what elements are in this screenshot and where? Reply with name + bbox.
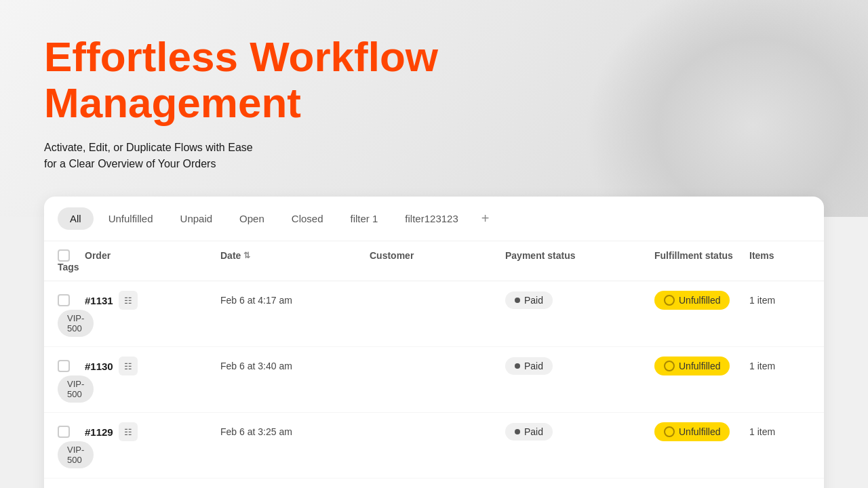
order-cell: #1129 ☷ — [85, 422, 220, 441]
fulfillment-status-label: Unfulfilled — [679, 361, 720, 371]
row-checkbox-cell — [58, 426, 85, 438]
date-cell: Feb 6 at 4:17 am — [220, 295, 370, 306]
order-number[interactable]: #1130 — [85, 361, 113, 372]
hero-subtitle: Activate, Edit, or Duplicate Flows with … — [44, 140, 824, 172]
fulfillment-circle — [664, 361, 675, 371]
tab-filter1[interactable]: filter 1 — [338, 207, 391, 230]
payment-status-label: Paid — [524, 361, 543, 371]
payment-badge: Paid — [505, 291, 553, 309]
date-value: Feb 6 at 3:25 am — [220, 426, 292, 437]
sort-icon: ⇅ — [243, 251, 250, 260]
order-number[interactable]: #1129 — [85, 426, 113, 438]
items-column-header: Items — [749, 249, 824, 262]
payment-badge: Paid — [505, 423, 553, 441]
items-value: 1 item — [749, 361, 775, 371]
date-cell: Feb 6 at 3:25 am — [220, 426, 370, 437]
order-action-icon[interactable]: ☷ — [119, 357, 138, 375]
payment-status-cell: Paid — [505, 357, 654, 375]
payment-status-cell: Paid — [505, 423, 654, 441]
tags-cell: VIP-500 — [58, 375, 85, 403]
tag-badge: VIP-500 — [58, 441, 94, 468]
items-value: 1 item — [749, 295, 775, 306]
select-all-header — [58, 249, 85, 262]
payment-dot — [515, 363, 520, 369]
fulfillment-badge: Unfulfilled — [654, 422, 730, 441]
payment-status-column-header: Payment status — [505, 249, 654, 262]
select-all-checkbox[interactable] — [58, 249, 70, 262]
fulfillment-status-column-header: Fulfillment status — [654, 249, 749, 262]
row-checkbox[interactable] — [58, 360, 70, 372]
payment-dot — [515, 298, 520, 303]
row-checkbox-cell — [58, 294, 85, 306]
fulfillment-status-label: Unfulfilled — [679, 426, 720, 437]
tab-unfulfilled[interactable]: Unfulfilled — [96, 207, 165, 230]
fulfillment-badge: Unfulfilled — [654, 291, 730, 310]
date-column-header[interactable]: Date ⇅ — [220, 249, 370, 262]
table-row: #1129 ☷ Feb 6 at 3:25 am Paid Unfulfille… — [44, 413, 824, 479]
items-cell: 1 item — [749, 426, 824, 437]
payment-dot — [515, 429, 520, 434]
order-cell: #1131 ☷ — [85, 291, 220, 310]
payment-status-label: Paid — [524, 295, 543, 306]
order-cell: #1130 ☷ — [85, 357, 220, 375]
tab-open[interactable]: Open — [227, 207, 277, 230]
tags-cell: VIP-500 — [58, 441, 85, 468]
order-number[interactable]: #1131 — [85, 295, 113, 306]
tab-unpaid[interactable]: Unpaid — [168, 207, 225, 230]
fulfillment-status-cell: Unfulfilled — [654, 357, 749, 375]
items-cell: 1 item — [749, 295, 824, 306]
orders-table-container: All Unfulfilled Unpaid Open Closed filte… — [44, 197, 824, 488]
date-value: Feb 6 at 3:40 am — [220, 361, 292, 371]
row-checkbox-cell — [58, 360, 85, 372]
fulfillment-status-cell: Unfulfilled — [654, 291, 749, 310]
table-row: #1131 ☷ Feb 6 at 4:17 am Paid Unfulfille… — [44, 281, 824, 347]
fulfillment-status-label: Unfulfilled — [679, 295, 720, 306]
fulfillment-badge: Unfulfilled — [654, 357, 730, 375]
tab-closed[interactable]: Closed — [279, 207, 336, 230]
order-column-header: Order — [85, 249, 220, 262]
tab-all[interactable]: All — [58, 207, 94, 230]
customer-column-header: Customer — [370, 249, 505, 262]
order-action-icon[interactable]: ☷ — [119, 422, 138, 441]
tabs-bar: All Unfulfilled Unpaid Open Closed filte… — [44, 197, 824, 241]
fulfillment-circle — [664, 426, 675, 437]
tags-column-header: Tags — [58, 262, 85, 272]
row-checkbox[interactable] — [58, 426, 70, 438]
date-cell: Feb 6 at 3:40 am — [220, 361, 370, 371]
hero-title: Effortless Workflow Management — [44, 34, 824, 126]
items-cell: 1 item — [749, 361, 824, 371]
payment-badge: Paid — [505, 357, 553, 375]
table-header: Order Date ⇅ Customer Payment status Ful… — [44, 241, 824, 281]
table-row: #1130 ☷ Feb 6 at 3:40 am Paid Unfulfille… — [44, 347, 824, 413]
order-action-icon[interactable]: ☷ — [119, 291, 138, 310]
tab-filter123123[interactable]: filter123123 — [393, 207, 470, 230]
row-checkbox[interactable] — [58, 294, 70, 306]
tag-badge: VIP-500 — [58, 375, 94, 403]
hero-section: Effortless Workflow Management Activate,… — [0, 0, 868, 217]
table-row: #1128 ☷ Feb 6 at 3:14 am Paid Unfulfille… — [44, 479, 824, 488]
fulfillment-status-cell: Unfulfilled — [654, 422, 749, 441]
payment-status-label: Paid — [524, 426, 543, 437]
tag-badge: VIP-500 — [58, 310, 94, 337]
date-value: Feb 6 at 4:17 am — [220, 295, 292, 306]
fulfillment-circle — [664, 295, 675, 306]
add-tab-button[interactable]: + — [476, 208, 495, 229]
payment-status-cell: Paid — [505, 291, 654, 309]
tags-cell: VIP-500 — [58, 310, 85, 337]
items-value: 1 item — [749, 426, 775, 437]
